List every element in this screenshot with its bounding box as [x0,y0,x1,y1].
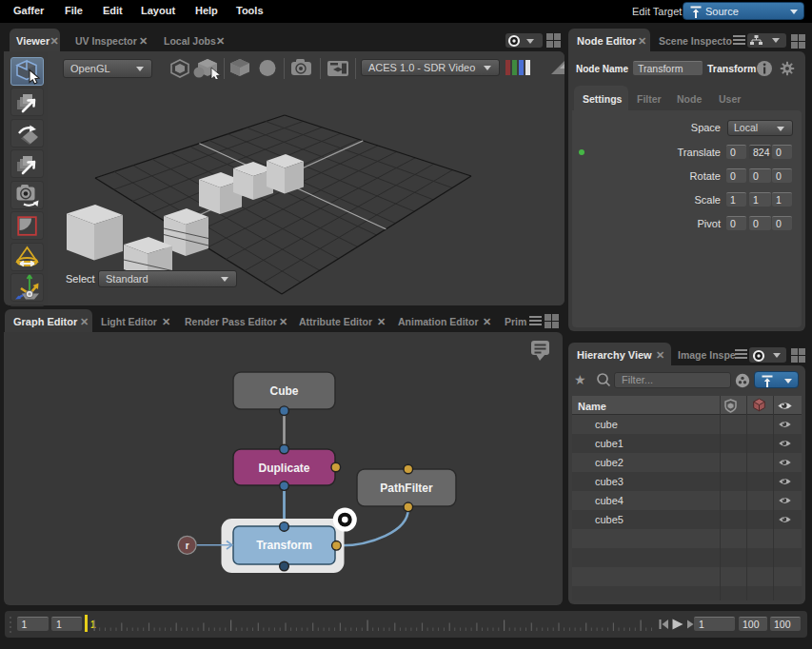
svg-text:Duplicate: Duplicate [258,462,309,475]
svg-text:r: r [186,541,189,551]
svg-text:PathFilter: PathFilter [380,482,433,495]
svg-text:Cube: Cube [270,384,299,398]
svg-text:Transform: Transform [256,539,312,552]
